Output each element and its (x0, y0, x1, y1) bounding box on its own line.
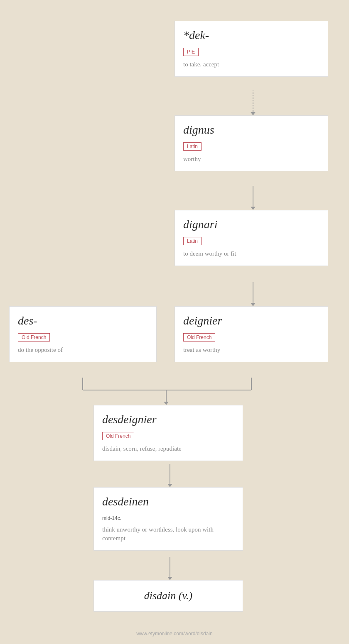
dignari-title: dignari (183, 218, 320, 231)
dignus-def: worthy (183, 155, 320, 163)
des-badge: Old French (18, 333, 50, 342)
desdeinen-badge: mid-14c. (102, 515, 121, 521)
dek-title: *dek- (183, 29, 320, 42)
arrow-dek-dignus (251, 90, 256, 115)
svg-marker-4 (164, 402, 169, 405)
arrow-dignari-deignier (251, 282, 256, 306)
dek-badge: PIE (183, 48, 199, 56)
arrow-dignus-dignari (251, 186, 256, 210)
deignier-title: deignier (183, 314, 320, 327)
dignus-badge: Latin (183, 142, 202, 151)
dek-def: to take, accept (183, 60, 320, 69)
dignus-title: dignus (183, 123, 320, 137)
deignier-def: treat as worthy (183, 346, 320, 354)
desdeignier-badge: Old French (102, 432, 134, 440)
card-dignari[interactable]: dignari Latin to deem worthy or fit (174, 210, 328, 266)
dignari-def: to deem worthy or fit (183, 249, 320, 258)
card-desdeinen[interactable]: desdeinen mid-14c. think unworthy or wor… (93, 487, 243, 551)
dignari-badge: Latin (183, 237, 202, 245)
card-dek[interactable]: *dek- PIE to take, accept (174, 21, 328, 77)
desdeignier-def: disdain, scorn, refuse, repudiate (102, 444, 234, 453)
diagram-container: *dek- PIE to take, accept dignus Latin w… (0, 0, 349, 644)
footer-url: www.etymonline.com/word/disdain (0, 631, 349, 637)
des-title: des- (18, 314, 148, 327)
card-deignier[interactable]: deignier Old French treat as worthy (174, 306, 328, 362)
desdeinen-title: desdeinen (102, 495, 234, 508)
card-des[interactable]: des- Old French do the opposite of (9, 306, 157, 362)
arrow-desdeignier-desdeinen (167, 464, 172, 487)
des-def: do the opposite of (18, 346, 148, 354)
card-dignus[interactable]: dignus Latin worthy (174, 115, 328, 171)
card-desdeignier[interactable]: desdeignier Old French disdain, scorn, r… (93, 405, 243, 461)
arrow-desdeinen-disdain (167, 557, 172, 580)
disdain-title: disdain (v.) (102, 590, 234, 602)
card-disdain[interactable]: disdain (v.) (93, 580, 243, 612)
desdeignier-title: desdeignier (102, 413, 234, 426)
desdeinen-def: think unworthy or worthless, look upon w… (102, 525, 234, 543)
deignier-badge: Old French (183, 333, 215, 342)
